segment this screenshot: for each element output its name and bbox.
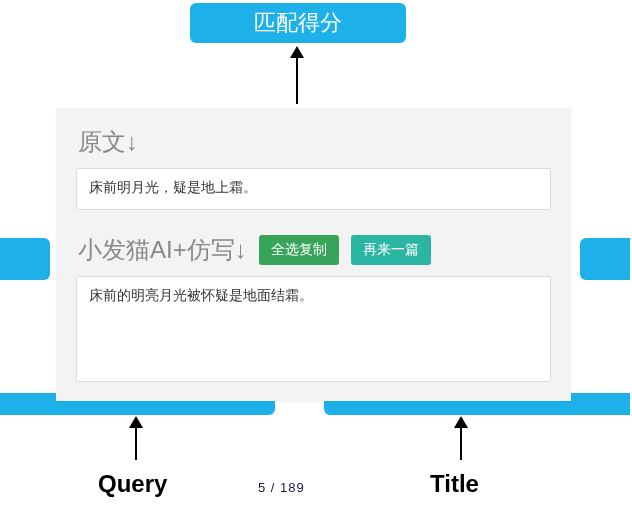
score-box: 匹配得分 — [190, 3, 406, 43]
diagram-block-right-upper — [580, 238, 630, 280]
query-label: Query — [98, 470, 167, 498]
regenerate-button-label: 再来一篇 — [363, 241, 419, 259]
rewrite-textarea[interactable]: 床前的明亮月光被怀疑是地面结霜。 — [76, 276, 551, 382]
arrow-up-query-icon — [135, 418, 137, 460]
rewrite-text: 床前的明亮月光被怀疑是地面结霜。 — [89, 287, 313, 303]
arrow-up-title-icon — [460, 418, 462, 460]
title-label: Title — [430, 470, 479, 498]
rewrite-label: 小发猫AI+仿写↓ — [78, 234, 247, 266]
original-text: 床前明月光，疑是地上霜。 — [89, 179, 257, 195]
regenerate-button[interactable]: 再来一篇 — [351, 235, 431, 265]
rewrite-section-title: 小发猫AI+仿写↓ 全选复制 再来一篇 — [56, 216, 571, 276]
page-indicator: 5 / 189 — [258, 480, 305, 495]
arrow-up-icon — [296, 48, 298, 104]
original-section-title: 原文↓ — [56, 108, 571, 168]
copy-all-button-label: 全选复制 — [271, 241, 327, 259]
copy-all-button[interactable]: 全选复制 — [259, 235, 339, 265]
score-box-label: 匹配得分 — [254, 8, 342, 38]
diagram-block-left-upper — [0, 238, 50, 280]
rewrite-panel: 原文↓ 床前明月光，疑是地上霜。 小发猫AI+仿写↓ 全选复制 再来一篇 床前的… — [56, 108, 571, 401]
original-label: 原文↓ — [78, 126, 138, 158]
original-textarea[interactable]: 床前明月光，疑是地上霜。 — [76, 168, 551, 210]
